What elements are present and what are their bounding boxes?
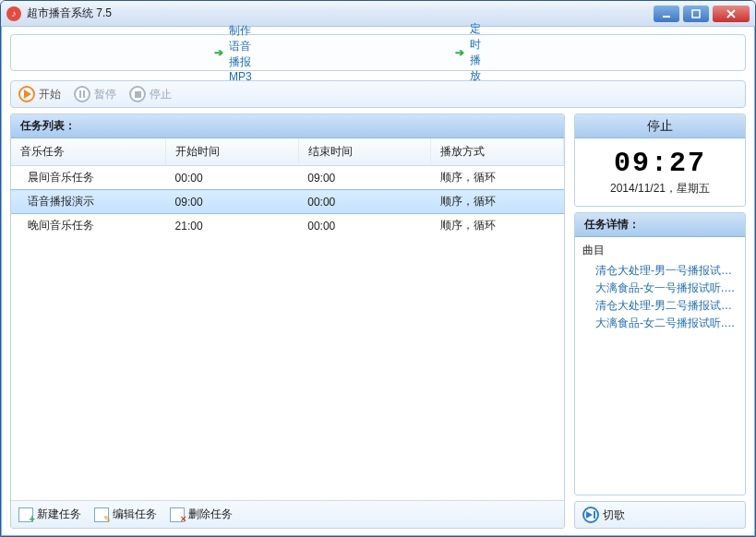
pause-icon xyxy=(74,86,90,102)
new-task-button[interactable]: 新建任务 xyxy=(18,507,81,522)
cell-mode: 顺序，循环 xyxy=(431,166,564,190)
app-icon: ♪ xyxy=(6,6,21,21)
track-item[interactable]: 清仓大处理-男二号播报试听.mp3 xyxy=(582,297,738,315)
close-button[interactable] xyxy=(713,6,750,22)
edit-icon xyxy=(94,507,109,522)
svg-rect-0 xyxy=(663,16,670,18)
minimize-button[interactable] xyxy=(654,6,679,22)
play-icon xyxy=(18,86,35,102)
window-title: 超市播音系统 7.5 xyxy=(27,6,654,21)
cell-mode: 顺序，循环 xyxy=(431,190,564,214)
right-panel: 停止 09:27 2014/11/21，星期五 任务详情： 曲目 清仓大处理-男… xyxy=(574,113,746,529)
maximize-button[interactable] xyxy=(683,6,709,22)
titlebar: ♪ 超市播音系统 7.5 xyxy=(1,1,755,27)
content-area: ➔ 制作语音播报MP3 ➔ 定时播放 ? 帮助 开始 暂停 xyxy=(1,27,755,537)
cell-end: 00:00 xyxy=(298,214,431,238)
edit-task-button[interactable]: 编辑任务 xyxy=(94,507,157,522)
cell-start: 09:00 xyxy=(166,190,299,214)
svg-rect-1 xyxy=(692,10,700,18)
skip-button[interactable]: 切歌 xyxy=(582,507,625,523)
cell-name: 晚间音乐任务 xyxy=(11,214,166,238)
clock-time: 09:27 xyxy=(575,138,745,181)
table-row[interactable]: 语音播报演示09:0000:00顺序，循环 xyxy=(11,190,564,214)
track-list: 清仓大处理-男一号播报试听.mp3大漓食品-女一号播报试听.mp3清仓大处理-男… xyxy=(582,262,738,332)
timed-play-link[interactable]: ➔ 定时播放 xyxy=(455,21,481,84)
cell-start: 21:00 xyxy=(166,214,299,238)
pause-label: 暂停 xyxy=(94,87,116,102)
col-name[interactable]: 音乐任务 xyxy=(11,138,166,166)
task-detail-body: 曲目 清仓大处理-男一号播报试听.mp3大漓食品-女一号播报试听.mp3清仓大处… xyxy=(575,237,745,495)
skip-label: 切歌 xyxy=(603,507,625,523)
make-mp3-link[interactable]: ➔ 制作语音播报MP3 xyxy=(214,23,252,83)
play-toolbar: 开始 暂停 停止 xyxy=(10,80,746,108)
col-end[interactable]: 结束时间 xyxy=(298,138,431,166)
clock-date: 2014/11/21，星期五 xyxy=(575,181,745,206)
task-list-header: 任务列表： xyxy=(11,114,564,138)
skip-icon xyxy=(582,507,599,523)
add-icon xyxy=(18,507,33,522)
arrow-right-icon: ➔ xyxy=(455,46,464,59)
cell-start: 00:00 xyxy=(166,166,299,190)
track-item[interactable]: 大漓食品-女一号播报试听.mp3 xyxy=(582,280,738,297)
tracks-label: 曲目 xyxy=(582,243,738,258)
status-box: 停止 09:27 2014/11/21，星期五 xyxy=(574,113,746,207)
window-buttons xyxy=(654,6,750,22)
cell-end: 00:00 xyxy=(298,190,431,214)
delete-task-button[interactable]: 删除任务 xyxy=(170,507,233,522)
cell-name: 语音播报演示 xyxy=(11,190,166,214)
task-table: 音乐任务 开始时间 结束时间 播放方式 晨间音乐任务00:0009:00顺序，循… xyxy=(11,138,564,237)
task-table-wrap: 音乐任务 开始时间 结束时间 播放方式 晨间音乐任务00:0009:00顺序，循… xyxy=(11,138,564,500)
col-mode[interactable]: 播放方式 xyxy=(431,138,564,166)
delete-icon xyxy=(170,507,185,522)
stop-icon xyxy=(129,86,146,102)
start-button[interactable]: 开始 xyxy=(18,86,61,102)
new-task-label: 新建任务 xyxy=(37,507,81,522)
start-label: 开始 xyxy=(39,87,61,102)
cell-name: 晨间音乐任务 xyxy=(11,166,166,190)
app-window: ♪ 超市播音系统 7.5 ➔ 制作语音播报MP3 ➔ 定时播放 ? 帮助 xyxy=(0,0,756,537)
arrow-right-icon: ➔ xyxy=(214,46,223,59)
track-item[interactable]: 清仓大处理-男一号播报试听.mp3 xyxy=(582,262,738,280)
stop-label: 停止 xyxy=(150,87,172,102)
table-row[interactable]: 晚间音乐任务21:0000:00顺序，循环 xyxy=(11,214,564,238)
main-body: 任务列表： 音乐任务 开始时间 结束时间 播放方式 晨间音乐任务00:0009:… xyxy=(10,113,746,529)
pause-button[interactable]: 暂停 xyxy=(74,86,116,102)
cell-mode: 顺序，循环 xyxy=(431,214,564,238)
task-detail-box: 任务详情： 曲目 清仓大处理-男一号播报试听.mp3大漓食品-女一号播报试听.m… xyxy=(574,212,746,495)
track-item[interactable]: 大漓食品-女二号播报试听.mp3 xyxy=(582,315,738,332)
right-footer: 切歌 xyxy=(574,501,746,529)
status-state: 停止 xyxy=(575,114,745,138)
task-detail-header: 任务详情： xyxy=(575,213,745,237)
stop-button[interactable]: 停止 xyxy=(129,86,172,102)
edit-task-label: 编辑任务 xyxy=(113,507,157,522)
delete-task-label: 删除任务 xyxy=(188,507,233,522)
col-start[interactable]: 开始时间 xyxy=(166,138,299,166)
cell-end: 09:00 xyxy=(298,166,431,190)
top-toolbar: ➔ 制作语音播报MP3 ➔ 定时播放 ? 帮助 xyxy=(10,34,746,71)
task-list-panel: 任务列表： 音乐任务 开始时间 结束时间 播放方式 晨间音乐任务00:0009:… xyxy=(10,113,565,529)
timed-play-label: 定时播放 xyxy=(470,21,481,84)
make-mp3-label: 制作语音播报MP3 xyxy=(229,23,252,83)
task-list-footer: 新建任务 编辑任务 删除任务 xyxy=(11,500,564,528)
table-row[interactable]: 晨间音乐任务00:0009:00顺序，循环 xyxy=(11,166,564,190)
